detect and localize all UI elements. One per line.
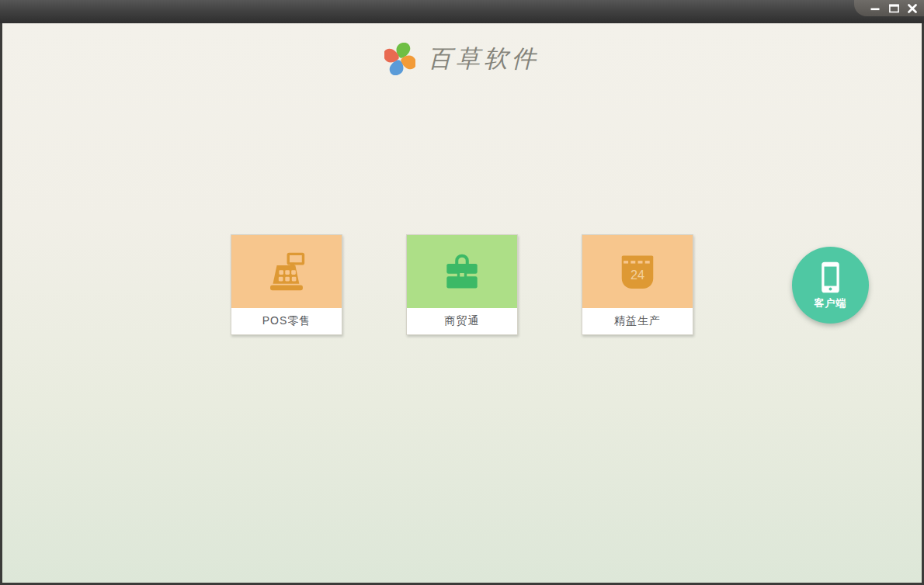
lean-tile-label: 精益生产 [582, 308, 693, 334]
maximize-icon [889, 4, 899, 13]
minimize-button[interactable] [867, 2, 883, 16]
app-title: 百草软件 [428, 43, 540, 75]
trade-tile-image [407, 235, 517, 308]
cash-register-icon [265, 251, 308, 292]
app-window: 百草软件 POS零售 [0, 0, 924, 585]
product-tile-lean[interactable]: 24 精益生产 [582, 234, 693, 335]
smartphone-icon [820, 261, 841, 294]
titlebar[interactable] [0, 0, 924, 23]
lean-tile-image: 24 [582, 235, 693, 308]
calendar-icon: 24 [617, 252, 658, 291]
client-button[interactable]: 客户端 [792, 247, 869, 324]
trade-tile-label: 商贸通 [407, 308, 517, 334]
main-content: 百草软件 POS零售 [0, 23, 924, 585]
close-button[interactable] [905, 2, 920, 16]
window-controls [854, 0, 924, 16]
brand-header: 百草软件 [2, 41, 922, 77]
pos-tile-label: POS零售 [231, 308, 342, 334]
pos-tile-image [231, 235, 342, 308]
client-button-label: 客户端 [815, 296, 847, 310]
product-tile-pos[interactable]: POS零售 [231, 234, 342, 335]
pinwheel-logo-icon [384, 43, 415, 75]
product-tile-trade[interactable]: 商贸通 [406, 234, 518, 335]
maximize-button[interactable] [886, 2, 901, 16]
minimize-icon [870, 4, 880, 13]
calendar-day-text: 24 [630, 268, 644, 282]
close-icon [908, 4, 917, 13]
briefcase-icon [441, 252, 483, 291]
